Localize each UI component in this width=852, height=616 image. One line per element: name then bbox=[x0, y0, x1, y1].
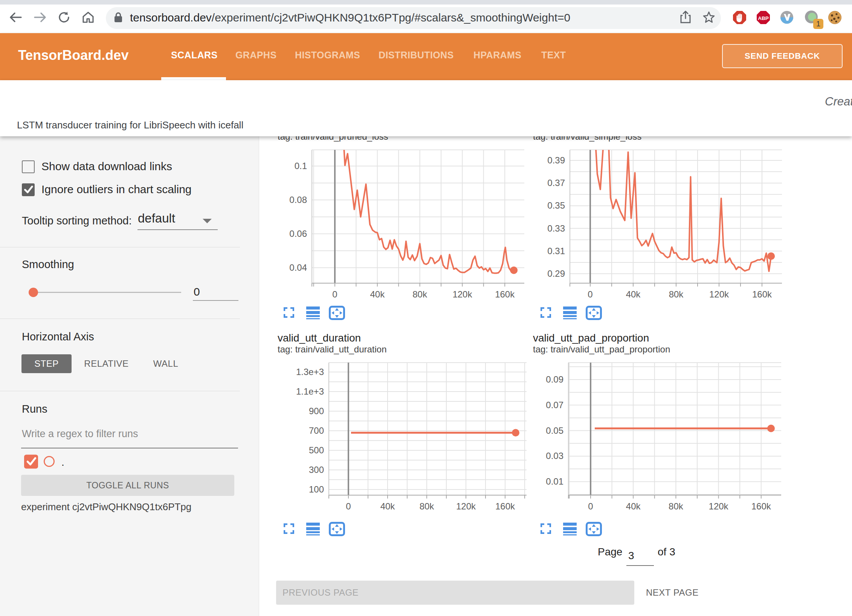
svg-text:40k: 40k bbox=[380, 501, 395, 511]
svg-text:0.29: 0.29 bbox=[547, 268, 565, 279]
svg-text:0.37: 0.37 bbox=[547, 178, 565, 188]
svg-text:0: 0 bbox=[346, 501, 351, 511]
svg-text:80k: 80k bbox=[669, 289, 684, 299]
svg-text:40k: 40k bbox=[626, 501, 641, 511]
svg-text:80k: 80k bbox=[669, 501, 684, 511]
svg-text:ABP: ABP bbox=[758, 15, 769, 21]
svg-text:1.3e+3: 1.3e+3 bbox=[296, 367, 324, 377]
svg-text:1.1e+3: 1.1e+3 bbox=[296, 386, 324, 396]
svg-text:0.35: 0.35 bbox=[547, 200, 565, 210]
svg-text:0.04: 0.04 bbox=[289, 262, 307, 273]
svg-text:120k: 120k bbox=[456, 501, 476, 511]
svg-text:120k: 120k bbox=[709, 501, 729, 511]
svg-text:0.06: 0.06 bbox=[289, 229, 307, 239]
svg-text:1: 1 bbox=[816, 20, 820, 28]
svg-text:0.08: 0.08 bbox=[289, 195, 307, 205]
svg-text:100: 100 bbox=[309, 484, 324, 494]
svg-text:80k: 80k bbox=[412, 289, 428, 299]
svg-text:500: 500 bbox=[309, 445, 324, 455]
svg-text:900: 900 bbox=[309, 406, 324, 416]
svg-text:0.07: 0.07 bbox=[546, 400, 563, 410]
svg-text:160k: 160k bbox=[495, 501, 515, 511]
svg-text:0.05: 0.05 bbox=[546, 425, 563, 436]
svg-text:80k: 80k bbox=[420, 501, 435, 511]
svg-text:0: 0 bbox=[332, 289, 337, 299]
svg-text:0: 0 bbox=[588, 289, 592, 299]
svg-text:160k: 160k bbox=[495, 289, 515, 299]
svg-text:120k: 120k bbox=[709, 289, 729, 299]
svg-text:160k: 160k bbox=[751, 501, 771, 511]
svg-text:0.33: 0.33 bbox=[547, 223, 565, 233]
svg-text:0.01: 0.01 bbox=[546, 476, 563, 486]
svg-text:160k: 160k bbox=[752, 289, 772, 299]
svg-text:40k: 40k bbox=[370, 289, 385, 299]
svg-text:40k: 40k bbox=[626, 289, 641, 299]
svg-text:0: 0 bbox=[588, 501, 593, 511]
svg-text:700: 700 bbox=[309, 425, 324, 436]
svg-text:0.31: 0.31 bbox=[547, 246, 565, 256]
svg-text:0.39: 0.39 bbox=[547, 155, 565, 165]
svg-text:0.09: 0.09 bbox=[546, 374, 563, 384]
svg-text:0.03: 0.03 bbox=[546, 451, 563, 461]
svg-text:120k: 120k bbox=[452, 289, 472, 299]
svg-text:0.1: 0.1 bbox=[295, 161, 307, 171]
svg-text:300: 300 bbox=[309, 465, 324, 475]
